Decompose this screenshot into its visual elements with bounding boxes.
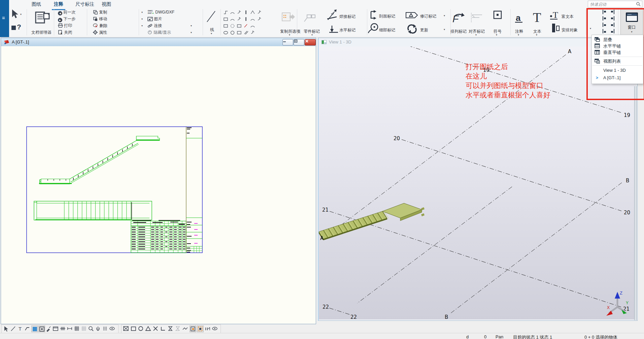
tab-1[interactable]: 图纸 bbox=[30, 1, 43, 9]
center-h-icon[interactable] bbox=[602, 22, 607, 27]
menu-item-view-list[interactable]: 视图列表 bbox=[592, 58, 643, 64]
document-manager-label[interactable]: 文档管理器 bbox=[31, 30, 52, 35]
tab-2[interactable]: 注释 bbox=[52, 1, 65, 10]
level-mark-button[interactable] bbox=[329, 25, 339, 34]
previous-button[interactable]: ◀ 前一次 bbox=[58, 9, 75, 16]
visibility-eye-icon[interactable] bbox=[109, 326, 116, 332]
copy-button[interactable]: 复制 bbox=[93, 9, 107, 16]
link-button[interactable]: 连接 bbox=[147, 23, 162, 29]
view-window-icon[interactable] bbox=[53, 326, 59, 332]
distribute-icon[interactable] bbox=[602, 29, 607, 34]
symbol-caret[interactable]: ▾ bbox=[496, 33, 497, 36]
spray-icon[interactable] bbox=[45, 326, 52, 332]
align-top-icon[interactable] bbox=[610, 9, 615, 14]
order-icon[interactable] bbox=[610, 29, 615, 34]
center-v-icon[interactable] bbox=[610, 22, 615, 27]
corner-rect-icon[interactable] bbox=[236, 23, 242, 29]
select-corner-icon[interactable] bbox=[160, 326, 167, 332]
snap-plug-icon[interactable] bbox=[95, 326, 102, 332]
grid-dark-icon[interactable] bbox=[74, 326, 80, 332]
fence-icon[interactable] bbox=[60, 326, 66, 332]
area-rect-icon[interactable] bbox=[130, 326, 137, 332]
align-caret[interactable]: ▾ bbox=[475, 33, 477, 36]
close-button[interactable] bbox=[305, 39, 316, 45]
move-button[interactable]: 移动 bbox=[93, 16, 107, 22]
grid-light-icon[interactable] bbox=[81, 326, 88, 332]
update-caret[interactable]: ▾ bbox=[444, 28, 445, 31]
window-arrange-caret[interactable]: ▾ bbox=[590, 27, 591, 30]
line-icon[interactable] bbox=[10, 326, 17, 332]
select-zigzag-icon[interactable] bbox=[182, 326, 189, 332]
restore-button[interactable] bbox=[294, 39, 304, 45]
properties-button[interactable]: 属性 bbox=[93, 30, 107, 36]
arc-icon[interactable] bbox=[250, 16, 256, 22]
origin-box-icon[interactable] bbox=[38, 326, 45, 332]
corner-rect-icon[interactable] bbox=[236, 30, 242, 35]
note-button[interactable]: a bbox=[514, 13, 524, 24]
angle-icon[interactable] bbox=[250, 9, 256, 15]
area-x-icon[interactable] bbox=[123, 326, 130, 332]
tab-3[interactable]: 尺寸标注 bbox=[73, 1, 96, 9]
section-mark-button[interactable] bbox=[369, 9, 378, 20]
select-cross-icon[interactable] bbox=[152, 326, 159, 332]
section-mark-label[interactable]: 剖面标记 bbox=[379, 13, 395, 19]
menu-item-tile-horizontal[interactable]: 水平平铺 bbox=[592, 43, 643, 49]
parallel-icon[interactable] bbox=[243, 30, 249, 35]
leader-icon[interactable] bbox=[24, 326, 31, 332]
spray-icon[interactable] bbox=[236, 9, 242, 15]
zoom-icon[interactable] bbox=[88, 326, 95, 332]
align-bottom-icon[interactable] bbox=[602, 16, 607, 21]
close-drawing-button[interactable]: x 关闭 bbox=[58, 30, 72, 36]
print-button[interactable]: 打印 bbox=[58, 23, 72, 29]
link-caret[interactable]: ▾ bbox=[141, 24, 143, 27]
picture-button[interactable]: 图片 bbox=[147, 16, 162, 22]
text-button[interactable]: T bbox=[531, 11, 543, 24]
arrange-objects-button[interactable] bbox=[551, 23, 561, 33]
stair-plan-view[interactable] bbox=[34, 201, 152, 220]
copy-selected-caret[interactable]: ▾ bbox=[289, 33, 290, 36]
raster-circle-icon[interactable] bbox=[102, 326, 109, 332]
arrange-marks-button[interactable]: F bbox=[451, 11, 465, 24]
model-window-titlebar[interactable]: View 1 - 3D bbox=[319, 38, 637, 46]
bar-icon[interactable] bbox=[243, 9, 249, 15]
select-mark-orange-icon[interactable] bbox=[190, 326, 196, 332]
select-marquee-orange-icon[interactable] bbox=[197, 326, 204, 332]
select-tool-button[interactable] bbox=[11, 9, 20, 19]
picture-caret[interactable]: ▾ bbox=[141, 18, 143, 21]
detail-mark-label[interactable]: 细部标记 bbox=[379, 27, 395, 33]
arc-icon[interactable] bbox=[250, 23, 256, 29]
line-tool-button[interactable] bbox=[206, 10, 216, 23]
poly-rect-icon[interactable] bbox=[223, 23, 229, 29]
hamburger-menu-icon[interactable]: ≡ bbox=[2, 15, 5, 21]
line-caret[interactable]: ▾ bbox=[211, 32, 212, 35]
rect-icon[interactable] bbox=[223, 16, 229, 22]
tab-4[interactable]: 视图 bbox=[100, 1, 113, 9]
search-icon[interactable] bbox=[636, 2, 641, 6]
drawing-window-titlebar[interactable]: A [GT-.1] bbox=[1, 38, 316, 46]
select-arrow-icon[interactable] bbox=[3, 326, 10, 332]
weld-mark-button[interactable] bbox=[327, 9, 339, 21]
document-manager-button[interactable] bbox=[34, 10, 51, 25]
rich-text-label[interactable]: 富文本 bbox=[562, 14, 574, 20]
text-icon[interactable]: T bbox=[17, 326, 24, 332]
select-hourglass-dash-icon[interactable] bbox=[175, 326, 181, 332]
select-hourglass-icon[interactable] bbox=[167, 326, 174, 332]
window-menu-button[interactable]: 窗口 ▾ bbox=[620, 9, 643, 35]
slash-red-icon[interactable] bbox=[243, 23, 249, 29]
align-left-icon[interactable] bbox=[602, 9, 607, 14]
menu-item-tile-vertical[interactable]: 垂直平铺 bbox=[592, 49, 643, 56]
revision-mark-label[interactable]: 修订标记 bbox=[420, 13, 436, 19]
ellipse-icon[interactable] bbox=[223, 30, 229, 35]
axis-mark-icon[interactable] bbox=[250, 30, 256, 35]
text-caret[interactable]: ▾ bbox=[536, 33, 537, 36]
select-triangle-icon[interactable] bbox=[145, 326, 152, 332]
dwg-caret[interactable]: ▾ bbox=[141, 11, 143, 14]
arrange-objects-label[interactable]: 安排对象 bbox=[562, 27, 578, 33]
stair-elevation-view[interactable] bbox=[39, 136, 160, 184]
update-label[interactable]: 更新 bbox=[420, 27, 428, 33]
help-button[interactable]: ? bbox=[17, 23, 21, 31]
detail-mark-button[interactable] bbox=[368, 22, 379, 34]
fork-icon[interactable] bbox=[257, 9, 262, 15]
align-marks-button[interactable] bbox=[469, 12, 483, 23]
stair-landing[interactable] bbox=[382, 203, 422, 218]
